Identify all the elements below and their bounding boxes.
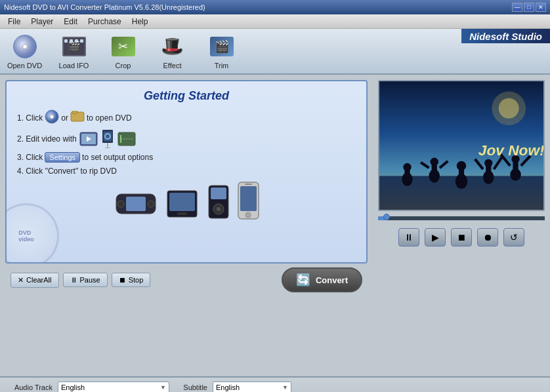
svg-point-44 xyxy=(457,161,466,170)
audio-track-select[interactable]: English ▼ xyxy=(58,382,169,392)
step-3: 3. Click Settings to set output options xyxy=(17,152,356,163)
step1-icon2 xyxy=(70,111,85,125)
audio-subtitle-row: Audio Track English ▼ Subtitle English ▼ xyxy=(7,382,543,392)
step2-icons xyxy=(79,130,136,148)
psp-device xyxy=(113,187,159,220)
stop-label: Stop xyxy=(129,276,144,284)
svg-rect-16 xyxy=(126,197,146,211)
pause-label: Pause xyxy=(80,276,100,284)
maximize-button[interactable]: □ xyxy=(524,3,534,12)
menu-file[interactable]: File xyxy=(3,16,26,28)
brand-text: Nidesoft Studio xyxy=(469,31,542,42)
svg-point-18 xyxy=(148,201,154,207)
playback-record-button[interactable]: ⏺ xyxy=(477,228,498,246)
effect-button[interactable]: 🎩 Effect xyxy=(154,33,190,69)
step1-icon1 xyxy=(45,109,59,126)
trim-icon: 🎬 xyxy=(209,33,235,60)
playback-play-button[interactable]: ▶ xyxy=(425,228,446,246)
preview-silhouettes: Jov Now! xyxy=(379,81,543,210)
stop-button[interactable]: ⏹ Stop xyxy=(112,273,151,287)
svg-point-47 xyxy=(484,159,492,167)
convert-label: Convert xyxy=(316,275,348,285)
menu-edit[interactable]: Edit xyxy=(58,16,83,28)
close-button[interactable]: ✕ xyxy=(536,3,546,12)
menu-bar: File Player Edit Purchase Help xyxy=(0,14,550,29)
clear-all-button[interactable]: ✕ ClearAll xyxy=(11,273,59,288)
main-content: DVDvideo Getting Started 1. Click or to … xyxy=(0,75,550,376)
svg-rect-23 xyxy=(211,187,226,199)
preview-image: Jov Now! xyxy=(379,81,543,210)
clear-all-icon: ✕ xyxy=(18,276,24,284)
title-bar-controls: — □ ✕ xyxy=(512,3,546,12)
pause-button[interactable]: ⏸ Pause xyxy=(63,273,108,287)
subtitle-dropdown-arrow: ▼ xyxy=(282,384,288,391)
step-1: 1. Click or to open DVD xyxy=(17,109,356,126)
svg-point-32 xyxy=(499,98,519,119)
device2 xyxy=(164,187,200,220)
getting-started-title: Getting Started xyxy=(17,89,356,103)
load-ifo-button[interactable]: 🎬 Load IFO xyxy=(56,33,92,69)
open-dvd-button[interactable]: Open DVD xyxy=(7,33,43,69)
controls-row: ✕ ClearAll ⏸ Pause ⏹ Stop 🔄 Convert xyxy=(5,264,368,296)
menu-help[interactable]: Help xyxy=(127,16,154,28)
effect-label: Effect xyxy=(163,62,182,69)
playback-pause-button[interactable]: ⏸ xyxy=(398,228,419,246)
menu-player[interactable]: Player xyxy=(26,16,58,28)
iphone-device xyxy=(237,181,260,220)
audio-track-label: Audio Track xyxy=(7,383,53,391)
trim-button[interactable]: 🎬 Trim xyxy=(203,33,240,69)
device-images xyxy=(17,181,356,220)
svg-point-25 xyxy=(217,207,221,211)
step-2: 2. Edit video with xyxy=(17,130,356,148)
getting-started-panel: DVDvideo Getting Started 1. Click or to … xyxy=(5,80,368,264)
window-title: Nidesoft DVD to AVI Converter Platinum V… xyxy=(4,3,205,11)
crop-button[interactable]: ✂ Crop xyxy=(105,33,141,69)
svg-rect-3 xyxy=(72,111,77,113)
minimize-button[interactable]: — xyxy=(512,3,522,12)
subtitle-label: Subtitle xyxy=(175,383,207,391)
load-ifo-icon: 🎬 xyxy=(61,33,87,60)
title-bar: Nidesoft DVD to AVI Converter Platinum V… xyxy=(0,0,550,14)
svg-text:Jov Now!: Jov Now! xyxy=(478,142,543,159)
stop-icon: ⏹ xyxy=(119,276,126,284)
svg-point-28 xyxy=(245,212,251,218)
svg-point-1 xyxy=(50,115,54,119)
mp3-player xyxy=(205,184,232,220)
convert-button[interactable]: 🔄 Convert xyxy=(282,267,362,292)
progress-thumb[interactable] xyxy=(383,214,390,220)
crop-icon: ✂ xyxy=(110,33,137,60)
settings-inline-button[interactable]: Settings xyxy=(45,152,80,163)
svg-point-36 xyxy=(403,163,411,171)
svg-rect-21 xyxy=(177,212,187,215)
svg-rect-29 xyxy=(245,184,252,185)
preview-area: Jov Now! xyxy=(378,80,545,211)
menu-purchase[interactable]: Purchase xyxy=(83,16,127,28)
svg-point-17 xyxy=(117,201,124,207)
effect-icon: 🎩 xyxy=(159,33,186,60)
convert-icon: 🔄 xyxy=(296,273,310,287)
open-dvd-label: Open DVD xyxy=(7,62,42,69)
pause-icon: ⏸ xyxy=(70,276,77,284)
trim-label: Trim xyxy=(215,62,229,69)
subtitle-value: English xyxy=(216,383,240,391)
subtitle-select[interactable]: English ▼ xyxy=(213,382,291,392)
playback-controls: ⏸ ▶ ⏹ ⏺ ↺ xyxy=(378,225,545,249)
preview-progress-bar[interactable] xyxy=(378,216,545,220)
playback-stop-button[interactable]: ⏹ xyxy=(451,228,472,246)
right-panel: Jov Now! ⏸ ▶ ⏹ ⏺ ↺ xyxy=(373,75,550,376)
load-ifo-label: Load IFO xyxy=(59,62,89,69)
svg-rect-20 xyxy=(169,193,195,211)
playback-rewind-button[interactable]: ↺ xyxy=(503,228,524,246)
step-4: 4. Click "Convert" to rip DVD xyxy=(17,167,356,176)
bottom-fields: Audio Track English ▼ Subtitle English ▼… xyxy=(0,376,550,392)
left-panel: DVDvideo Getting Started 1. Click or to … xyxy=(0,75,373,376)
svg-point-39 xyxy=(431,158,438,166)
svg-rect-51 xyxy=(513,161,518,176)
audio-track-value: English xyxy=(61,383,85,391)
crop-label: Crop xyxy=(116,62,131,69)
brand-area: Nidesoft Studio xyxy=(461,29,550,43)
clear-all-label: ClearAll xyxy=(26,276,52,284)
svg-rect-27 xyxy=(240,186,257,211)
audio-dropdown-arrow: ▼ xyxy=(160,384,166,391)
open-dvd-icon xyxy=(12,33,38,60)
